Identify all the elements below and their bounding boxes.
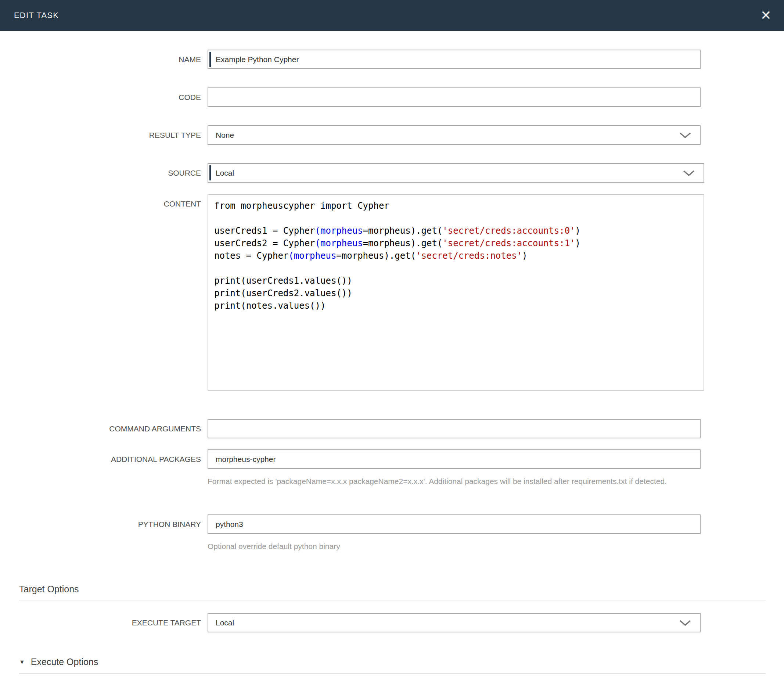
result-type-selected-value: None [216,131,234,140]
execute-target-label: EXECUTE TARGET [0,613,207,633]
command-arguments-row: COMMAND ARGUMENTS [0,419,784,438]
command-arguments-field-box [207,419,701,438]
source-row: SOURCE Local [0,163,784,183]
python-binary-hint: Optional override default python binary [207,540,674,553]
section-divider [19,600,766,601]
section-divider [19,673,766,674]
execute-target-select[interactable]: Local [207,613,701,633]
command-arguments-label: COMMAND ARGUMENTS [0,419,207,438]
target-options-heading: Target Options [19,584,79,594]
caret-down-icon: ▼ [19,659,25,666]
result-type-select[interactable]: None [207,125,701,145]
python-binary-label: PYTHON BINARY [0,515,207,534]
modal-header: EDIT TASK ✕ [0,0,784,31]
code-field-box [207,88,701,107]
name-row: NAME [0,49,784,69]
execute-options-heading-text: Execute Options [31,657,98,667]
name-label: NAME [0,49,207,69]
source-select[interactable]: Local [207,163,704,183]
result-type-label: RESULT TYPE [0,125,207,145]
python-binary-input[interactable] [208,515,700,533]
name-field-box [207,49,701,69]
execute-options-toggle[interactable]: ▼ Execute Options [19,657,98,667]
execute-target-row: EXECUTE TARGET Local [0,613,784,633]
code-row: CODE [0,88,784,107]
source-label: SOURCE [0,163,207,183]
chevron-down-icon [679,620,691,626]
chevron-down-icon [683,170,695,176]
additional-packages-row: ADDITIONAL PACKAGES Format expected is '… [0,449,784,488]
code-input[interactable] [208,88,700,106]
execute-target-selected-value: Local [216,618,234,627]
content-code-editor[interactable]: from morpheuscypher import Cypher userCr… [207,194,704,390]
target-options-heading-text: Target Options [19,584,79,594]
chevron-down-icon [679,132,691,139]
command-arguments-input[interactable] [208,420,700,438]
result-type-row: RESULT TYPE None [0,125,784,145]
python-binary-field-box [207,515,701,534]
close-icon[interactable]: ✕ [757,7,774,24]
content-row: CONTENT from morpheuscypher import Cyphe… [0,194,784,390]
additional-packages-hint: Format expected is 'packageName=x.x.x pa… [207,475,674,488]
source-selected-value: Local [216,169,234,177]
python-binary-row: PYTHON BINARY Optional override default … [0,515,784,553]
additional-packages-input[interactable] [208,450,700,468]
modified-indicator-bar [209,165,211,180]
additional-packages-label: ADDITIONAL PACKAGES [0,449,207,469]
modal-title: EDIT TASK [14,11,59,20]
code-label: CODE [0,88,207,107]
additional-packages-field-box [207,449,701,469]
content-label: CONTENT [0,194,207,214]
name-input[interactable] [208,50,700,69]
